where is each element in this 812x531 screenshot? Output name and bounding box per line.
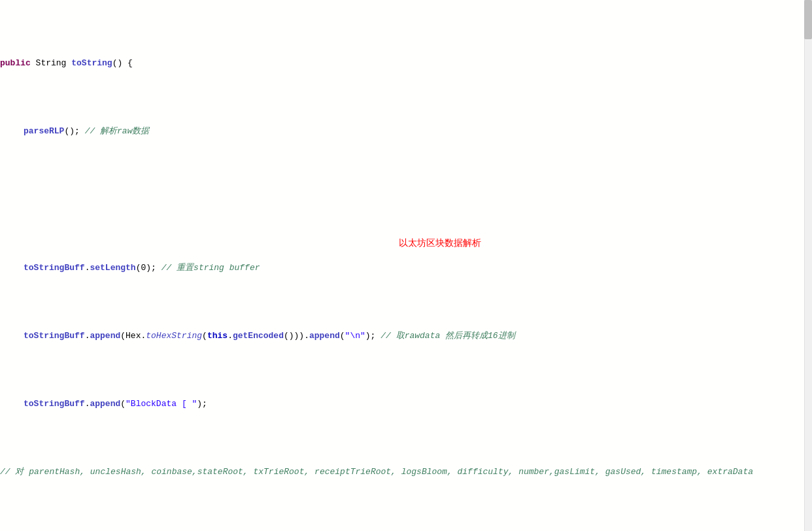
line-5: toStringBuff.append(Hex.toHexString(this… bbox=[0, 330, 812, 343]
code-container: public String toString() { parseRLP(); /… bbox=[0, 0, 812, 531]
scrollbar-area[interactable] bbox=[804, 0, 812, 531]
scrollbar-thumb[interactable] bbox=[804, 0, 812, 39]
line-blank-1 bbox=[0, 194, 812, 207]
line-4: toStringBuff.setLength(0); // 重置string b… bbox=[0, 262, 812, 275]
line-7: // 对 parentHash, unclesHash, coinbase,st… bbox=[0, 466, 812, 479]
line-2: parseRLP(); // 解析raw数据 bbox=[0, 125, 812, 139]
line-1: public String toString() { bbox=[0, 57, 812, 71]
line-6: toStringBuff.append("BlockData [ "); bbox=[0, 398, 812, 411]
annotation-label: 以太坊区块数据解析 bbox=[399, 237, 481, 249]
code-block: public String toString() { parseRLP(); /… bbox=[0, 0, 812, 531]
